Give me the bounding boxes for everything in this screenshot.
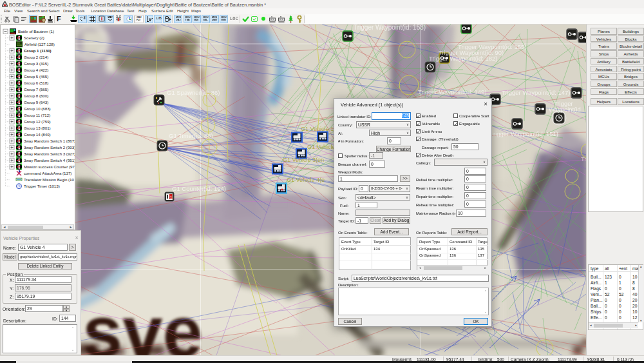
svg-text:Scenery (2): Scenery (2) — [24, 35, 44, 40]
svg-text:Trigger Waypoint(id: 153): Trigger Waypoint(id: 153) — [354, 25, 426, 31]
svg-text:Airfield (127:128): Airfield (127:128) — [24, 42, 55, 46]
svg-text:G1 Timer(id: 88): G1 Timer(id: 88) — [169, 132, 213, 139]
svg-text:Group 1 (1130): Group 1 (1130) — [24, 48, 52, 53]
svg-text:Group 3 (315): Group 3 (315) — [24, 61, 48, 66]
svg-text:Group 2 (214): Group 2 (214) — [24, 55, 48, 59]
svg-text:3way Random Switch 3 (927): 3way Random Switch 3 (927) — [24, 152, 75, 156]
svg-text:Trigger Timer (1013): Trigger Timer (1013) — [24, 184, 60, 188]
svg-text:G1 Vehicle 4(e: G1 Vehicle 4(e — [287, 177, 325, 183]
svg-text:Group 12 (759): Group 12 (759) — [24, 119, 51, 124]
svg-text:Group 10 (683): Group 10 (683) — [24, 106, 51, 111]
svg-text:3way Random Switch 2 (903): 3way Random Switch 2 (903) — [24, 145, 75, 150]
svg-text:Translator Mission Begin (10: Translator Mission Begin (10 — [24, 177, 75, 182]
svg-text:Trigger Waypoint(id: 149): Trigger Waypoint(id: 149) — [418, 88, 486, 95]
svg-text:G1 Spawner(id: 86): G1 Spawner(id: 86) — [167, 89, 220, 96]
svg-text:G1 Counter(id: 194): G1 Counter(id: 194) — [172, 185, 226, 192]
svg-text:Waypoint(id: Waypoint(id — [549, 106, 581, 113]
svg-text:G1 Vehicle 3(en: G1 Vehicle 3(en — [283, 157, 324, 163]
svg-text:Trigger Waypoint(id: 182): Trigger Waypoint(id: 182) — [429, 55, 497, 62]
svg-text:3way Random Switch 4 (951): 3way Random Switch 4 (951) — [24, 158, 75, 162]
svg-text:Group 7 (565): Group 7 (565) — [24, 87, 48, 92]
svg-text:Mission success Counter (97: Mission success Counter (97 — [24, 164, 75, 169]
svg-text:Group 13 (801): Group 13 (801) — [24, 126, 51, 130]
svg-text:rigger Waypoint(id: 151): rigger Waypoint(id: 151) — [493, 130, 558, 137]
svg-text:3way Random Switch 1 (867): 3way Random Switch 1 (867) — [24, 139, 75, 143]
svg-text:Group 11 (712): Group 11 (712) — [24, 113, 50, 117]
svg-text:Battle of Bautzen (1): Battle of Bautzen (1) — [18, 29, 54, 34]
svg-text:Group 4 (422): Group 4 (422) — [24, 68, 48, 72]
svg-text:Group 6 (518): Group 6 (518) — [24, 81, 48, 85]
svg-text:command AttackArea (137): command AttackArea (137) — [24, 171, 71, 175]
svg-text:Trigger Waypoint(id: 147): Trigger Waypoint(id: 147) — [502, 89, 570, 96]
svg-text:Group 9 (643): Group 9 (643) — [24, 100, 48, 104]
svg-text:Group 14 (840): Group 14 (840) — [24, 132, 51, 137]
svg-text:Group 8 (600): Group 8 (600) — [24, 93, 48, 98]
svg-text:sve: sve — [82, 291, 203, 355]
svg-text:Group 5 (465): Group 5 (465) — [24, 74, 48, 79]
